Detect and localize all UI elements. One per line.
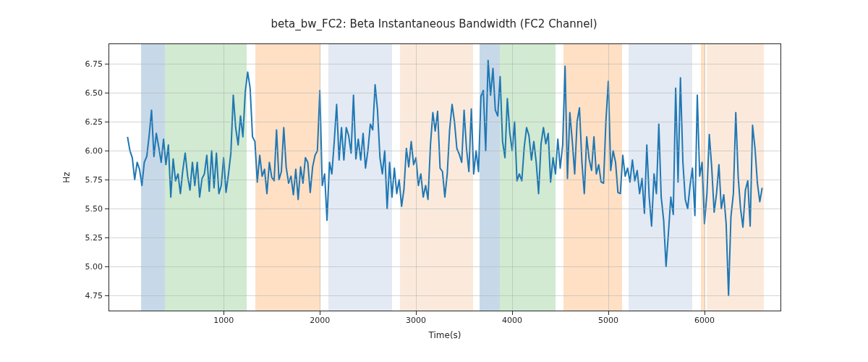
y-tick-label: 5.25	[74, 233, 103, 243]
y-tick-mark	[105, 180, 109, 180]
gridline-v	[320, 44, 320, 311]
y-tick-label: 6.25	[74, 117, 103, 127]
x-tick-label: 2000	[310, 316, 330, 325]
y-tick-mark	[105, 64, 109, 64]
x-tick-label: 5000	[598, 316, 618, 325]
gridline-v	[705, 44, 705, 311]
y-tick-mark	[105, 295, 109, 296]
y-tick-mark	[105, 122, 109, 122]
x-tick-label: 1000	[213, 316, 234, 325]
y-tick-mark	[105, 266, 109, 267]
gridline-h	[109, 64, 780, 64]
y-tick-mark	[105, 237, 109, 238]
gridline-v	[512, 44, 513, 311]
gridline-v	[608, 44, 609, 311]
y-tick-mark	[105, 93, 109, 93]
gridline-h	[109, 266, 780, 267]
y-tick-label: 5.50	[74, 204, 103, 214]
y-tick-label: 6.75	[74, 59, 103, 69]
gridline-h	[109, 295, 780, 296]
x-tick-mark	[416, 311, 417, 315]
x-tick-mark	[705, 311, 705, 315]
gridline-h	[109, 93, 780, 93]
x-tick-label: 4000	[502, 316, 522, 325]
x-tick-label: 6000	[694, 316, 715, 325]
y-tick-label: 5.00	[74, 262, 103, 272]
gridline-v	[416, 44, 417, 311]
gridline-h	[109, 122, 780, 122]
y-axis-label: Hz	[61, 172, 72, 182]
y-tick-mark	[105, 209, 109, 209]
gridline-h	[109, 180, 780, 180]
x-axis-label: Time(s)	[429, 330, 461, 340]
gridline-h	[109, 237, 780, 238]
figure: beta_bw_FC2: Beta Instantaneous Bandwidt…	[0, 0, 868, 362]
chart-title: beta_bw_FC2: Beta Instantaneous Bandwidt…	[0, 17, 868, 30]
gridline-v	[224, 44, 224, 311]
gridline-h	[109, 151, 780, 151]
x-tick-label: 3000	[406, 316, 426, 325]
y-tick-mark	[105, 151, 109, 151]
y-tick-label: 4.75	[74, 291, 103, 300]
x-tick-mark	[512, 311, 513, 315]
plot-area	[109, 43, 781, 311]
y-tick-label: 6.50	[74, 88, 103, 98]
x-tick-mark	[608, 311, 609, 315]
x-tick-mark	[224, 311, 224, 315]
x-tick-mark	[320, 311, 320, 315]
y-tick-label: 6.00	[74, 146, 103, 156]
line-series	[109, 44, 780, 311]
gridline-h	[109, 209, 780, 209]
y-tick-label: 5.75	[74, 175, 103, 185]
